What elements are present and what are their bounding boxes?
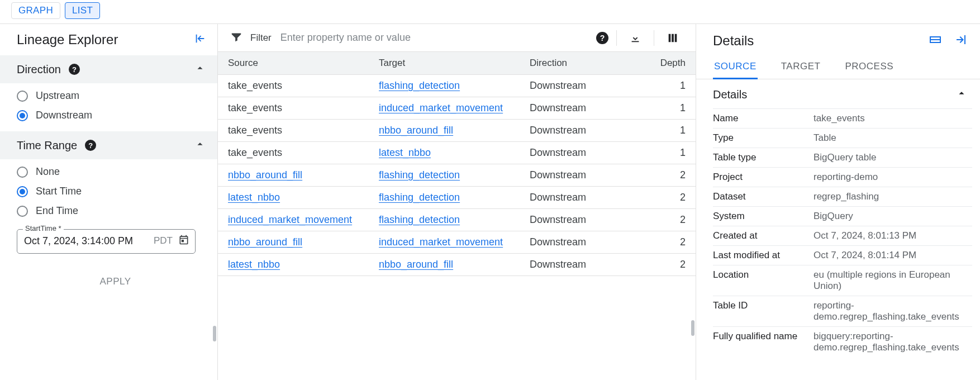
kv-row: Fully qualified namebigquery:reporting-d… [713,326,972,357]
download-button[interactable] [625,32,646,44]
tab-list[interactable]: LIST [65,2,100,19]
timezone-label: PDT [154,235,173,246]
kv-key: Table type [713,152,814,163]
kv-row: Datasetregrep_flashing [713,187,972,206]
kv-key: Name [713,113,814,124]
target-link[interactable]: nbbo_around_fill [379,125,453,136]
target-link[interactable]: nbbo_around_fill [379,259,453,270]
kv-value: regrep_flashing [814,191,972,202]
collapse-right-icon[interactable] [954,33,968,49]
direction-cell: Downstream [520,164,640,187]
field-notch-label: StartTime * [23,224,64,232]
depth-cell: 1 [640,142,696,164]
source-cell: take_events [218,97,369,120]
table-row: take_eventsflashing_detectionDownstream1 [218,75,696,97]
table-row: take_eventsnbbo_around_fillDownstream1 [218,120,696,142]
radio-time-start[interactable]: Start Time [17,186,206,197]
scrollbar-thumb[interactable] [691,320,694,336]
col-depth[interactable]: Depth [640,52,696,75]
start-time-value: Oct 7, 2024, 3:14:00 PM [24,235,148,247]
kv-row: SystemBigQuery [713,206,972,226]
depth-cell: 2 [640,164,696,187]
direction-cell: Downstream [520,97,640,120]
table-row: take_eventsinduced_market_movementDownst… [218,97,696,120]
tab-graph[interactable]: GRAPH [11,2,60,19]
columns-button[interactable] [662,32,683,44]
col-target[interactable]: Target [369,52,520,75]
radio-icon [17,91,28,102]
table-row: induced_market_movementflashing_detectio… [218,209,696,231]
target-link[interactable]: induced_market_movement [379,102,503,113]
radio-label: None [36,166,60,178]
help-icon[interactable]: ? [85,140,96,151]
radio-label: Start Time [36,186,82,197]
kv-value: bigquery:reporting-demo.regrep_flashing.… [814,331,972,353]
source-link[interactable]: induced_market_movement [228,214,352,225]
direction-section-toggle[interactable]: Direction ? [0,55,217,83]
target-link[interactable]: flashing_detection [379,192,460,203]
kv-value: BigQuery [814,211,972,222]
radio-icon [17,206,28,217]
kv-key: Location [713,269,814,292]
col-direction[interactable]: Direction [520,52,640,75]
tab-target[interactable]: TARGET [780,55,822,79]
kv-value: Oct 7, 2024, 8:01:13 PM [814,230,972,241]
kv-key: Project [713,172,814,183]
radio-upstream[interactable]: Upstream [17,90,206,102]
help-icon[interactable]: ? [69,64,80,75]
col-source[interactable]: Source [218,52,369,75]
lineage-table: Source Target Direction Depth take_event… [218,51,696,276]
table-row: nbbo_around_fillflashing_detectionDownst… [218,164,696,187]
target-link[interactable]: induced_market_movement [379,236,503,248]
source-link[interactable]: nbbo_around_fill [228,236,302,248]
apply-button[interactable]: APPLY [25,272,206,292]
sidebar-title: Lineage Explorer [17,32,118,48]
radio-time-end[interactable]: End Time [17,205,206,217]
kv-key: Type [713,132,814,144]
tab-source[interactable]: SOURCE [713,55,758,79]
kv-value: eu (multiple regions in European Union) [814,269,972,292]
filter-icon [230,31,242,45]
tab-process[interactable]: PROCESS [844,55,895,79]
kv-value: Oct 7, 2024, 8:01:14 PM [814,250,972,261]
source-link[interactable]: nbbo_around_fill [228,169,302,180]
kv-value: BigQuery table [814,152,972,163]
help-icon[interactable]: ? [596,32,608,44]
time-range-section-toggle[interactable]: Time Range ? [0,131,217,159]
source-cell: take_events [218,142,369,164]
details-section-label: Details [713,88,747,101]
radio-time-none[interactable]: None [17,166,206,178]
source-link[interactable]: latest_nbbo [228,192,280,203]
kv-row: Projectreporting-demo [713,167,972,187]
target-link[interactable]: flashing_detection [379,169,460,180]
direction-cell: Downstream [520,142,640,164]
separator [616,30,617,46]
depth-cell: 2 [640,231,696,254]
target-link[interactable]: latest_nbbo [379,147,431,158]
separator [654,30,654,46]
kv-value: take_events [814,113,972,124]
filter-input[interactable] [279,30,588,46]
depth-cell: 1 [640,97,696,120]
depth-cell: 2 [640,187,696,209]
depth-cell: 1 [640,75,696,97]
expand-panel-icon[interactable] [929,33,942,49]
source-link[interactable]: latest_nbbo [228,259,280,270]
kv-row: Table IDreporting-demo.regrep_flashing.t… [713,296,972,326]
details-section-toggle[interactable]: Details [696,79,980,108]
radio-icon [17,167,28,178]
table-row: latest_nbboflashing_detectionDownstream2 [218,187,696,209]
calendar-icon[interactable] [178,234,189,248]
filter-label: Filter [250,32,272,44]
radio-downstream[interactable]: Downstream [17,110,206,121]
direction-cell: Downstream [520,254,640,276]
target-link[interactable]: flashing_detection [379,214,460,225]
collapse-left-icon[interactable] [194,32,206,47]
scrollbar-thumb[interactable] [213,326,216,341]
direction-cell: Downstream [520,209,640,231]
table-row: take_eventslatest_nbboDownstream1 [218,142,696,164]
target-link[interactable]: flashing_detection [379,80,460,91]
kv-key: Fully qualified name [713,331,814,353]
start-time-field[interactable]: StartTime * Oct 7, 2024, 3:14:00 PM PDT [17,229,196,254]
kv-row: Created atOct 7, 2024, 8:01:13 PM [713,226,972,245]
